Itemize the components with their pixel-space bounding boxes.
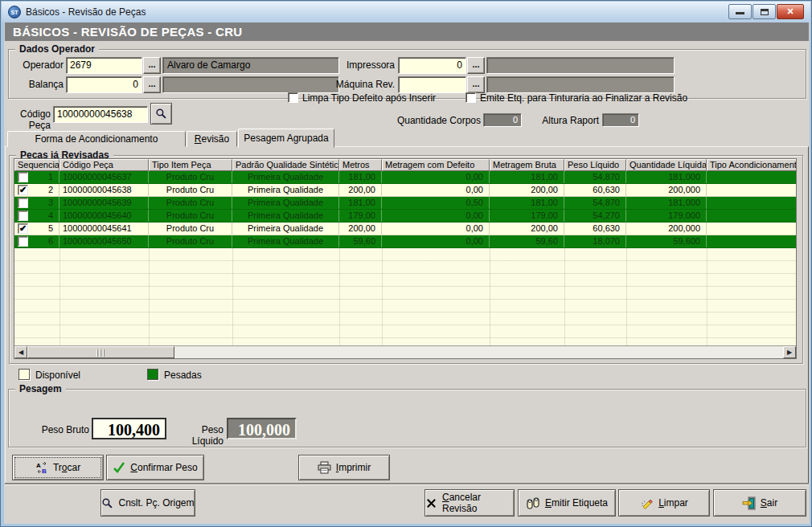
col-padrao-qualidade[interactable]: Padrão Qualidade Sintética [232,159,339,171]
label-rolls-icon [526,496,540,510]
impressora-name-field [486,57,675,74]
scrollbar-thumb[interactable] [27,346,174,358]
app-icon: ST [8,6,21,18]
maquina-rev-input[interactable] [398,76,466,93]
sair-button[interactable]: Sair [713,489,806,517]
minimize-icon [736,12,744,14]
maximize-button[interactable] [753,4,776,19]
col-codigo-peca[interactable]: Código Peça [59,159,149,171]
page-title: BÁSICOS - REVISÃO DE PEÇAS - CRU [5,22,809,41]
grid-empty-area [14,248,796,347]
eraser-pencil-icon [640,496,654,509]
table-row[interactable]: 6 10000000045650 Produto Cru Primeira Qu… [14,235,796,248]
codigo-peca-search-button[interactable] [150,103,172,125]
row-checkbox[interactable] [18,210,28,221]
col-metragem-bruta[interactable]: Metragem Bruta [490,159,564,171]
balanca-input[interactable]: 0 [66,76,142,93]
operador-input[interactable]: 2679 [66,57,142,74]
tab-revisao[interactable]: Revisão [187,131,237,147]
table-row[interactable]: 3 10000000045639 Produto Cru Primeira Qu… [14,197,796,210]
grid-header-row: Sequencia Código Peça Tipo Item Peça Pad… [14,159,796,171]
x-icon [425,497,437,509]
limpa-tipo-defeito-label: Limpa Tipo Defeito após Inserir [302,92,436,104]
scroll-right-arrow[interactable]: ▶ [783,346,796,358]
tab-forma-acondicionamento[interactable]: Forma de Acondicionamento [7,131,186,147]
peso-liquido-field: 100,000 [227,418,297,439]
operator-groupbox-title: Dados Operador [15,43,99,55]
limpar-button[interactable]: Limpar [618,489,710,517]
trocar-button[interactable]: A B Trocar [12,455,104,480]
maximize-icon [761,9,769,15]
operador-name-field: Alvaro de Camargo [162,57,339,74]
col-sequencia[interactable]: Sequencia [14,159,59,171]
table-row[interactable]: 5 10000000045641 Produto Cru Primeira Qu… [14,223,796,235]
cancelar-revisao-button[interactable]: Cancelar Revisão [424,489,515,517]
row-checkbox[interactable] [18,223,28,234]
legend-pesadas-label: Pesadas [164,370,202,381]
legend-disponivel-label: Disponível [35,370,80,381]
swap-ab-icon: A B [35,461,48,474]
search-icon [155,108,167,120]
col-metragem-defeito[interactable]: Metragem com Defeito [382,159,490,171]
limpa-tipo-defeito-checkbox[interactable] [288,92,298,103]
balanca-name-field [162,76,339,93]
close-button[interactable]: ✕ [777,4,804,19]
codigo-peca-label: Código Peça [1,108,51,131]
codigo-peca-input[interactable]: 10000000045638 [53,106,148,123]
consultar-peca-origem-button[interactable]: Cnslt. Pç. Origem [100,489,195,517]
maquina-rev-lookup-button[interactable]: ... [467,76,485,93]
table-row[interactable]: 1 10000000045637 Produto Cru Primeira Qu… [14,171,796,184]
operador-label: Operador [7,59,64,71]
legend-disponivel-swatch [18,369,30,380]
peso-bruto-label: Peso Bruto [25,424,89,435]
impressora-lookup-button[interactable]: ... [467,57,485,74]
emite-etq-checkbox[interactable] [465,92,476,103]
confirmar-peso-button[interactable]: Confirmar Peso [106,455,204,480]
row-checkbox[interactable] [18,172,28,182]
altura-raport-label: Altura Raport [530,115,599,126]
pieces-grid[interactable]: Sequencia Código Peça Tipo Item Peça Pad… [14,158,797,359]
maquina-rev-label: Máquina Rev. [322,79,395,90]
scrollbar-grip-icon [96,349,106,357]
row-checkbox[interactable] [18,185,28,195]
col-tipo-item[interactable]: Tipo Item Peça [149,159,232,171]
imprimir-button[interactable]: Imprimir [298,455,390,480]
balanca-lookup-button[interactable]: ... [143,76,161,93]
legend-pesadas-swatch [147,369,158,380]
table-row[interactable]: 4 10000000045640 Produto Cru Primeira Qu… [14,210,796,223]
pesagem-groupbox-title: Pesagem [15,383,66,394]
svg-text:B: B [42,468,47,474]
impressora-input[interactable]: 0 [398,57,466,74]
maquina-rev-name-field [486,76,675,93]
printer-icon [318,461,331,474]
col-quantidade-liquida[interactable]: Quantidade Líquida [626,159,707,171]
quantidade-corpos-field: 0 [483,113,522,127]
tab-pesagem-agrupada[interactable]: Pesagem Agrupada [238,129,334,148]
title-bar[interactable]: ST Básicos - Revisão de Peças [2,2,810,22]
altura-raport-field: 0 [602,113,639,127]
search-icon [101,497,113,509]
peso-bruto-field[interactable]: 100,400 [92,418,166,439]
peso-liquido-label: Peso Líquido [169,424,224,447]
application-window: ST Básicos - Revisão de Peças ✕ BÁSICOS … [0,0,812,527]
col-metros[interactable]: Metros [339,159,382,171]
check-icon [113,461,125,474]
exit-door-icon [742,496,756,510]
table-row[interactable]: 2 10000000045638 Produto Cru Primeira Qu… [14,184,796,197]
svg-text:A: A [36,462,41,469]
balanca-label: Balança [7,79,64,90]
impressora-label: Impressora [322,59,395,71]
col-peso-liquido[interactable]: Peso Líquido [564,159,626,171]
operador-lookup-button[interactable]: ... [143,57,161,74]
grid-horizontal-scrollbar[interactable]: ◀ ▶ [14,345,796,358]
emite-etq-label: Emite Etq. para Tinturaria ao Finalizar … [480,92,687,104]
emitir-etiqueta-button[interactable]: Emitir Etiqueta [518,489,616,517]
quantidade-corpos-label: Quantidade Corpos [379,115,481,126]
col-tipo-acondicionamento[interactable]: Tipo Acondicionamento [707,159,797,171]
window-title: Básicos - Revisão de Peças [26,6,146,18]
minimize-button[interactable] [728,4,752,19]
row-checkbox[interactable] [18,198,28,208]
close-icon: ✕ [786,6,794,16]
row-checkbox[interactable] [18,236,28,247]
scroll-left-arrow[interactable]: ◀ [14,346,27,358]
